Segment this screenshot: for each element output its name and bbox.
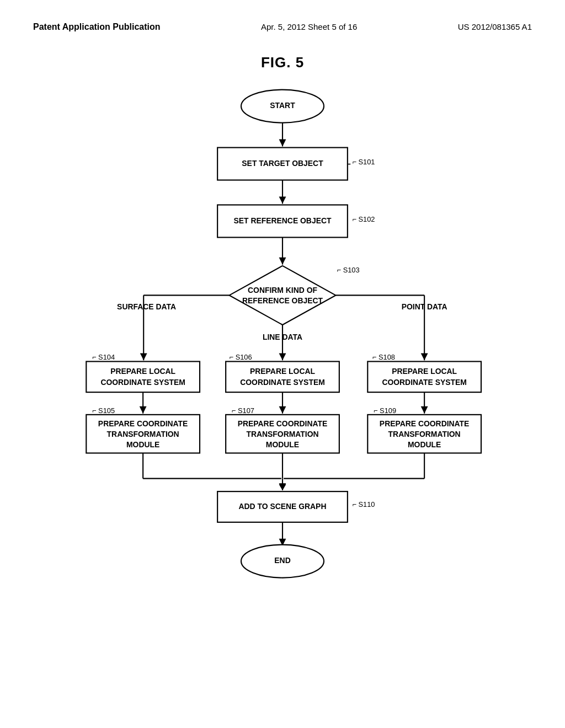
header-patent-number: US 2012/081365 A1: [458, 22, 532, 31]
prep-local-mid-1: PREPARE LOCAL: [250, 367, 315, 376]
set-reference-node: SET REFERENCE OBJECT: [234, 216, 332, 225]
prep-coord-mid-1: PREPARE COORDINATE: [238, 419, 328, 428]
prep-local-left-1: PREPARE LOCAL: [110, 367, 175, 376]
header-center: Apr. 5, 2012 Sheet 5 of 16: [261, 22, 357, 31]
svg-marker-6: [279, 197, 286, 204]
s104-label: ⌐ S104: [92, 353, 115, 361]
prep-coord-left-2: TRANSFORMATION: [107, 430, 179, 438]
prep-coord-left-3: MODULE: [126, 440, 159, 449]
svg-marker-29: [421, 406, 428, 414]
prep-coord-mid-3: MODULE: [266, 440, 299, 449]
prep-coord-left-1: PREPARE COORDINATE: [98, 419, 188, 428]
s109-label: ⌐ S109: [374, 406, 396, 415]
svg-marker-9: [279, 258, 286, 265]
svg-marker-21: [140, 406, 147, 414]
prep-coord-right-2: TRANSFORMATION: [388, 430, 461, 438]
svg-rect-27: [367, 361, 481, 392]
prep-local-right-1: PREPARE LOCAL: [392, 367, 457, 376]
s106-label: ⌐ S106: [230, 353, 252, 361]
prep-coord-mid-2: TRANSFORMATION: [246, 430, 318, 438]
svg-marker-10: [230, 266, 336, 325]
svg-marker-15: [279, 353, 286, 360]
prep-local-mid-2: COORDINATE SYSTEM: [240, 378, 324, 387]
start-node: START: [270, 101, 295, 110]
svg-marker-2: [279, 140, 286, 147]
s101-label: ⌐ S101: [352, 158, 375, 166]
s103-label: ⌐ S103: [337, 266, 360, 274]
end-node: END: [274, 556, 290, 565]
svg-marker-38: [279, 484, 286, 490]
surface-data-label: SURFACE DATA: [117, 302, 176, 311]
s102-label: ⌐ S102: [352, 215, 375, 223]
svg-rect-19: [86, 361, 200, 392]
svg-marker-18: [421, 353, 428, 360]
s105-label: ⌐ S105: [92, 406, 115, 415]
set-target-node: SET TARGET OBJECT: [242, 159, 323, 168]
prep-local-left-2: COORDINATE SYSTEM: [100, 378, 185, 387]
prep-coord-right-1: PREPARE COORDINATE: [380, 419, 470, 428]
figure-title: FIG. 5: [0, 54, 565, 71]
svg-marker-13: [140, 353, 147, 360]
confirm-node-2: REFERENCE OBJECT: [242, 296, 323, 305]
page-header: Patent Application Publication Apr. 5, 2…: [0, 0, 565, 32]
s107-label: ⌐ S107: [232, 406, 254, 415]
s108-label: ⌐ S108: [372, 353, 395, 361]
svg-rect-23: [226, 361, 339, 392]
svg-marker-25: [279, 406, 286, 414]
prep-coord-right-3: MODULE: [408, 440, 441, 449]
s110-label: ⌐ S110: [352, 500, 375, 508]
add-scene-node: ADD TO SCENE GRAPH: [239, 502, 327, 511]
header-publication-label: Patent Application Publication: [33, 22, 161, 32]
flowchart-diagram: START SET TARGET OBJECT ⌐ S101 SET REFER…: [0, 77, 565, 656]
prep-local-right-2: COORDINATE SYSTEM: [382, 378, 467, 387]
confirm-node: CONFIRM KIND OF: [248, 286, 317, 295]
